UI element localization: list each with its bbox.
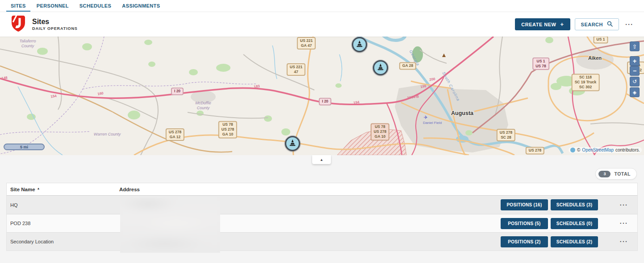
map-attribution: © OpenStreetMap contributors. <box>569 147 642 153</box>
zoom-in-icon[interactable]: + <box>630 56 640 66</box>
table-row: Secondary Location POSITIONS (2) SCHEDUL… <box>7 232 637 251</box>
chevron-up-icon: ▲ <box>320 158 323 162</box>
map-collapse-button[interactable]: ▲ <box>312 155 331 164</box>
search-icon <box>607 21 613 28</box>
nav-tab-assignments[interactable]: ASSIGNMENTS <box>117 0 165 12</box>
map-scale-bar: 5 mi <box>4 144 45 150</box>
zoom-out-icon[interactable]: − <box>630 66 640 76</box>
site-name-cell: POD 238 <box>7 221 119 226</box>
top-nav: SITESPERSONNELSCHEDULESASSIGNMENTS <box>0 0 644 12</box>
reset-view-icon[interactable]: ↺ <box>630 77 640 86</box>
page-title: Sites <box>32 18 78 26</box>
nav-tab-sites[interactable]: SITES <box>5 0 31 12</box>
schedules-button[interactable]: SCHEDULES (2) <box>551 236 598 247</box>
pan-up-icon[interactable]: ⇧ <box>630 41 640 51</box>
traffic-cone-icon <box>376 63 385 73</box>
address-redaction-blur <box>120 197 220 253</box>
table-header: Site Name ▲ Address <box>7 183 637 196</box>
traffic-cone-icon <box>289 139 297 148</box>
traffic-cone-icon <box>355 40 364 49</box>
page-subtitle: DAILY OPERATIONS <box>32 26 78 31</box>
center-map-icon[interactable]: ◈ <box>630 87 640 97</box>
table-row: POD 238 POSITIONS (5) SCHEDULES (0) ··· <box>7 214 637 232</box>
map[interactable]: US 221GA 47US 22147GA 28I 20I 20US 278GA… <box>0 37 644 155</box>
nav-tab-schedules[interactable]: SCHEDULES <box>74 0 117 12</box>
total-count: 3 <box>598 171 611 177</box>
row-more-button[interactable]: ··· <box>616 219 632 227</box>
row-more-button[interactable]: ··· <box>616 238 632 246</box>
site-name-cell: HQ <box>7 202 119 208</box>
search-button[interactable]: SEARCH <box>575 18 619 30</box>
openstreetmap-link[interactable]: OpenStreetMap <box>582 148 614 152</box>
app-logo-shield-icon <box>12 16 25 33</box>
nav-tab-personnel[interactable]: PERSONNEL <box>31 0 74 12</box>
header-more-button[interactable]: ··· <box>623 21 635 28</box>
site-map-marker[interactable] <box>373 60 388 75</box>
column-header-site-name[interactable]: Site Name ▲ <box>7 187 119 192</box>
positions-button[interactable]: POSITIONS (16) <box>501 199 548 210</box>
total-badge: 3 TOTAL <box>595 168 637 180</box>
positions-button[interactable]: POSITIONS (2) <box>501 236 548 247</box>
site-map-marker[interactable] <box>352 37 367 52</box>
schedules-button[interactable]: SCHEDULES (0) <box>551 218 598 229</box>
row-more-button[interactable]: ··· <box>616 201 632 209</box>
sites-table: Site Name ▲ Address HQ POSITIONS (16) SC… <box>6 183 638 251</box>
create-new-button[interactable]: CREATE NEW + <box>515 18 570 30</box>
plus-icon: + <box>560 21 564 27</box>
site-name-cell: Secondary Location <box>7 239 119 244</box>
page-header: Sites DAILY OPERATIONS CREATE NEW + SEAR… <box>0 12 644 37</box>
site-marker-layer <box>0 37 644 155</box>
positions-button[interactable]: POSITIONS (5) <box>501 218 548 229</box>
column-header-address: Address <box>119 187 637 192</box>
table-body: HQ POSITIONS (16) SCHEDULES (3) ··· POD … <box>7 196 637 251</box>
osm-logo-icon <box>570 148 575 152</box>
site-map-marker[interactable] <box>285 136 300 151</box>
schedules-button[interactable]: SCHEDULES (3) <box>551 199 598 210</box>
table-row: HQ POSITIONS (16) SCHEDULES (3) ··· <box>7 196 637 214</box>
sort-asc-icon: ▲ <box>37 187 40 190</box>
